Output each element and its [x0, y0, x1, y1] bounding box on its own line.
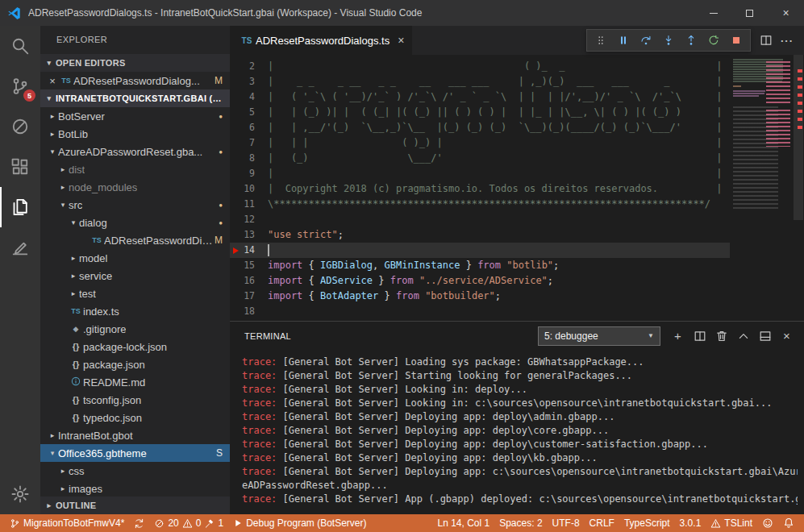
feedback-smiley-button[interactable] [757, 514, 778, 532]
activitybar-edit[interactable] [0, 227, 40, 268]
restart-button[interactable] [703, 31, 724, 50]
tree-item-src[interactable]: ▾src● [40, 196, 230, 214]
minimize-button[interactable] [695, 0, 731, 26]
problems-button[interactable]: 20 0 1 [149, 514, 228, 532]
code-line-12[interactable]: 12 [230, 212, 730, 227]
tree-item-tsconfig-json[interactable]: {}tsconfig.json [40, 391, 230, 409]
git-branch-button[interactable]: MigrationToBotFmwV4* [5, 514, 129, 532]
activitybar-search[interactable] [0, 26, 40, 66]
tree-item-typedoc-json[interactable]: {}typedoc.json [40, 409, 230, 426]
code-line-8[interactable]: 8| (_) \___/' | [230, 151, 730, 166]
code-line-2[interactable]: 2| ( )_ _ | [230, 59, 730, 74]
language-mode-button[interactable]: TypeScript [619, 514, 675, 532]
split-editor-button[interactable] [756, 31, 777, 50]
activitybar-source-control[interactable]: 5 [0, 66, 40, 106]
title-bar: ADResetPasswordDialogs.ts - IntranetBotQ… [0, 0, 804, 26]
maximize-button[interactable] [731, 0, 768, 26]
minimap[interactable] [730, 55, 793, 321]
code-line-13[interactable]: 13"use strict"; [230, 227, 730, 243]
new-terminal-button[interactable]: + [667, 326, 689, 347]
step-out-button[interactable] [681, 31, 702, 50]
code-line-15[interactable]: 15import { IGBDialog, GBMinInstance } fr… [230, 258, 730, 273]
activitybar-debug[interactable] [0, 106, 40, 147]
code-line-5[interactable]: 5| | (_) )| | ( (_| |( (_) || ( ) ( ) | … [230, 105, 730, 120]
code-line-4[interactable]: 4| ( '_`\ ( '__)/'_` ) /'_`\ /' _ ` _ `\… [230, 89, 730, 105]
sync-button[interactable] [129, 514, 149, 532]
terminal-picker-dropdown[interactable]: 5: debuggee ▼ [538, 326, 660, 346]
ts-version-button[interactable]: 3.0.1 [675, 514, 706, 532]
tree-item-intranetbot-gbot[interactable]: ▸IntranetBot.gbot [40, 426, 230, 444]
terminal-output[interactable]: trace: [General Bot Server] Loading sys … [230, 350, 804, 514]
code-line-17[interactable]: 17import { BotAdapter } from "botbuilder… [230, 289, 730, 304]
tree-item-index-ts[interactable]: TSindex.ts [40, 302, 230, 320]
debug-status-button[interactable]: Debug Program (BotServer) [228, 514, 371, 532]
modified-dot: ● [219, 202, 230, 209]
code-editor[interactable]: 2| ( )_ _ |3| _ _ _ __ _ _ __ ___ ___ | … [230, 55, 804, 321]
code-line-10[interactable]: 10| Copyright 2018 (c) pragmatismo.io. T… [230, 181, 730, 197]
tree-item-office365-gbtheme[interactable]: ▾Office365.gbthemeS [40, 444, 230, 462]
close-panel-button[interactable]: × [776, 326, 798, 347]
toggle-panel-button[interactable] [754, 326, 776, 347]
open-editor-item[interactable]: × TS ADResetPasswordDialog... M [40, 72, 230, 89]
stop-button[interactable] [726, 31, 747, 50]
notifications-bell-button[interactable] [778, 514, 799, 532]
close-editor-icon[interactable]: × [46, 75, 59, 87]
maximize-panel-button[interactable] [732, 326, 754, 347]
tree-item-adresetpassworddial[interactable]: TSADResetPasswordDial...M [40, 231, 230, 249]
modified-dot: ● [219, 148, 230, 156]
code-line-6[interactable]: 6| | ,__/'(_) `\__,_)`\__ |(_) (_) (_) `… [230, 120, 730, 135]
code-line-11[interactable]: 11\*************************************… [230, 197, 730, 212]
tree-item-package-lock-json[interactable]: {}package-lock.json [40, 338, 230, 355]
tree-item-model[interactable]: ▸model [40, 249, 230, 267]
cursor-position-button[interactable]: Ln 14, Col 1 [432, 514, 494, 532]
tree-item-azureadpasswordreset-gba[interactable]: ▾AzureADPasswordReset.gba...● [40, 143, 230, 160]
tree-item-package-json[interactable]: {}package.json [40, 355, 230, 373]
tab-close-icon[interactable]: × [398, 34, 404, 47]
code-line-9[interactable]: 9| | [230, 166, 730, 181]
tree-item-images[interactable]: ▸images [40, 480, 230, 497]
step-over-button[interactable] [635, 31, 656, 50]
activitybar-explorer[interactable] [0, 187, 40, 227]
line-number: 13 [230, 227, 268, 243]
more-actions-button[interactable]: ··· [777, 31, 798, 50]
drag-handle[interactable] [590, 31, 611, 50]
tree-item-gitignore[interactable]: ◆.gitignore [40, 320, 230, 338]
tslint-status-button[interactable]: TSLint [706, 514, 757, 532]
pause-button[interactable] [613, 31, 634, 50]
tree-item-dist[interactable]: ▸dist [40, 160, 230, 178]
overview-ruler[interactable] [793, 55, 804, 321]
tab-adresetpassworddialogs-ts[interactable]: TS ADResetPasswordDialogs.ts × [230, 26, 412, 55]
kill-terminal-button[interactable] [710, 326, 732, 347]
code-line-3[interactable]: 3| _ _ _ __ _ _ __ ___ ___ | ,_)(_) ___ … [230, 74, 730, 89]
split-terminal-button[interactable] [689, 326, 710, 347]
tree-item-botserver[interactable]: ▸BotServer● [40, 107, 230, 125]
indentation-button[interactable]: Spaces: 2 [494, 514, 547, 532]
ts-version: 3.0.1 [680, 517, 702, 529]
tree-item-service[interactable]: ▸service [40, 267, 230, 285]
activitybar-extensions[interactable] [0, 147, 40, 187]
activitybar-settings-gear[interactable] [0, 474, 40, 514]
tree-item-label: package-lock.json [83, 341, 167, 353]
open-editors-header[interactable]: ▾ OPEN EDITORS [40, 54, 230, 72]
code-line-18[interactable]: 18 [230, 304, 730, 319]
code-line-7[interactable]: 7| | | ( )_) | | [230, 135, 730, 151]
workspace-header[interactable]: ▾ INTRANETBOTQUICKSTART.GBAI (WO... [40, 89, 230, 107]
outline-header[interactable]: ▸ OUTLINE [40, 497, 230, 514]
tree-item-botlib[interactable]: ▸BotLib [40, 125, 230, 143]
warning-count: 0 [196, 517, 202, 529]
close-window-button[interactable]: × [768, 0, 804, 26]
tree-item-readme-md[interactable]: README.md [40, 373, 230, 391]
play-icon [233, 518, 243, 528]
encoding-button[interactable]: UTF-8 [548, 514, 585, 532]
terminal-tab[interactable]: TERMINAL [244, 331, 291, 341]
tree-item-test[interactable]: ▸test [40, 285, 230, 302]
terminal-actions: + × [667, 326, 798, 347]
eol-button[interactable]: CRLF [585, 514, 619, 532]
tree-item-css[interactable]: ▸css [40, 462, 230, 480]
code-line-14[interactable]: 14 [230, 243, 730, 258]
tree-item-label: service [79, 270, 112, 282]
code-line-16[interactable]: 16import { ADService } from "../service/… [230, 273, 730, 289]
tree-item-node-modules[interactable]: ▸node_modules [40, 178, 230, 196]
tree-item-dialog[interactable]: ▾dialog● [40, 214, 230, 231]
step-into-button[interactable] [658, 31, 679, 50]
